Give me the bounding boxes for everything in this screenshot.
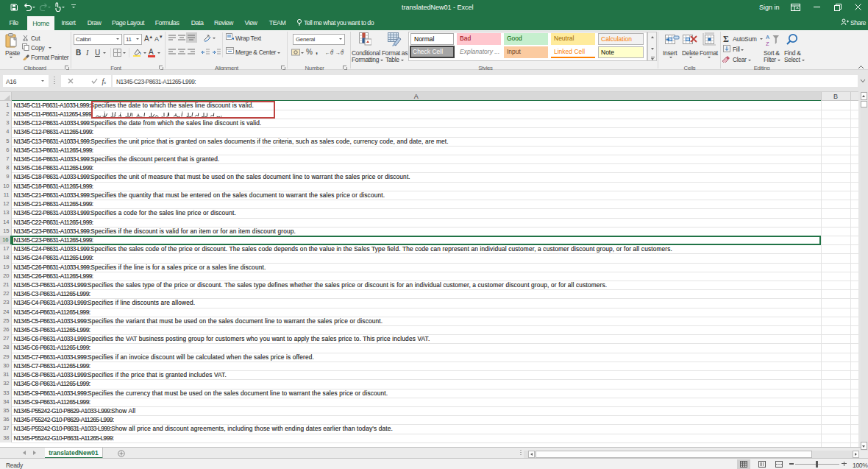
svg-text:.0: .0 (330, 49, 333, 53)
svg-text:Z: Z (766, 40, 769, 47)
svg-text:A: A (766, 34, 769, 40)
svg-text:.0: .0 (341, 49, 344, 53)
